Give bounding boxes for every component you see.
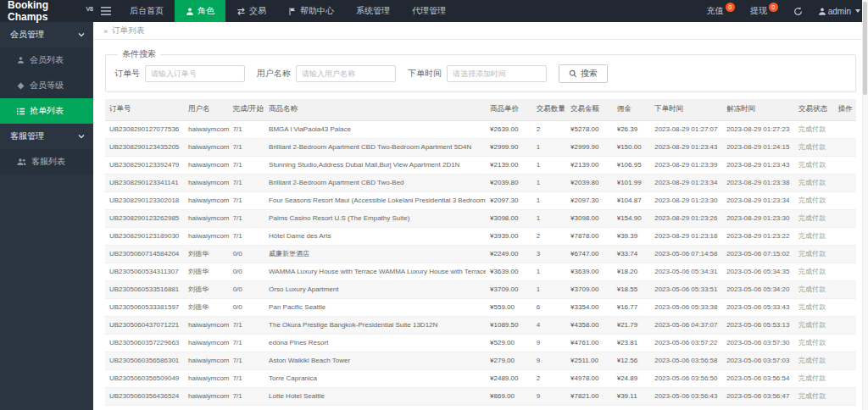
cell-status: 完成付款 [794,227,834,245]
cell-action [834,138,856,156]
chevron-down-icon [78,134,85,139]
cell-username: 刘德华 [184,245,229,263]
scrollbar-thumb[interactable] [863,2,867,95]
nav-item-dashboard[interactable]: 后台首页 [119,0,175,22]
table-row: UB2308290127077536 haiwaiymcom 7/1 BMGA … [105,120,856,138]
page-title: 订单列表 [112,25,144,36]
cell-action [834,156,856,174]
table-row: UB2305060356509049 haiwaiymcom 7/1 Torre… [105,369,856,387]
table-row: UB2305060356586301 haiwaiymcom 7/1 Aston… [105,352,856,369]
order-time-input[interactable] [447,65,547,82]
nav-item-help-center[interactable]: 帮助中心 [277,0,345,22]
cell-quantity: 1 [532,138,566,156]
recharge-link[interactable]: 充值 0 [699,0,743,22]
sidebar-toggle-button[interactable] [93,0,119,22]
cell-status: 完成付款 [794,387,834,405]
cell-unit-price: ¥3939.00 [486,227,532,245]
cell-status: 完成付款 [794,245,834,263]
cell-product-name: Stunning Studio,Address Dubai Mall,Burj … [264,156,486,174]
cell-action [834,298,856,316]
refresh-button[interactable] [786,0,810,22]
cell-order-time: 2023-05-06 03:57:22 [650,334,722,352]
sidebar-item-member-list[interactable]: 会员列表 [0,47,93,73]
cell-quantity: 1 [532,263,566,280]
cell-unit-price: ¥1089.50 [486,316,532,334]
col-header-quantity: 交易数量 [532,99,566,120]
sidebar-item-service-list[interactable]: 客服列表 [0,149,93,175]
cell-status: 完成付款 [794,156,834,174]
nav-label: 角色 [198,5,214,17]
order-time-field-group: 下单时间 [408,65,547,82]
cell-order-time: 2023-05-06 03:56:43 [650,387,722,405]
cell-action [834,263,856,280]
cell-progress: 7/1 [229,191,264,209]
cell-order-time: 2023-08-29 01:23:39 [650,156,722,174]
withdraw-link[interactable]: 提现 0 [743,0,786,22]
nav-label: 代理管理 [412,5,446,17]
refresh-icon [793,7,803,16]
col-header-action: 操作 [834,99,856,120]
cell-progress: 0/0 [229,298,264,316]
cell-action [834,352,856,369]
order-no-field-group: 订单号 [114,65,245,82]
search-button[interactable]: 搜索 [559,64,608,83]
cell-quantity: 1 [532,191,566,209]
table-row: UB2308290123302018 haiwaiymcom 7/1 Four … [105,191,856,209]
cell-order-id: UB2305060714584204 [105,245,184,263]
cell-product-name: Four Seasons Resort Maui (Accessible Lok… [264,191,486,209]
cell-status: 完成付款 [794,316,834,334]
cell-quantity: 3 [532,245,566,263]
nav-item-system[interactable]: 系统管理 [345,0,401,22]
user-icon [17,56,25,64]
cell-status: 完成付款 [794,280,834,298]
cell-product-name: Palms Casino Resort U.S (The Empathy Sui… [264,209,486,227]
cell-amount: ¥6747.00 [566,245,613,263]
cell-order-id: UB2305060533381597 [105,298,184,316]
cell-progress: 7/1 [229,352,264,369]
cell-action [834,209,856,227]
order-no-input[interactable] [145,65,245,82]
cell-order-id: UB2308290123435205 [105,138,184,156]
cell-unfreeze-time: 2023-08-29 01:27:23 [722,120,794,138]
cell-action [834,245,856,263]
sidebar-group-member-management[interactable]: 会员管理 [0,22,93,47]
cell-commission: ¥12.56 [613,352,651,369]
cell-commission: ¥33.74 [613,245,651,263]
cell-unfreeze-time: 2023-05-06 03:56:47 [722,387,794,405]
cell-quantity: 2 [532,120,566,138]
cell-unfreeze-time: 2023-05-06 05:33:43 [722,298,794,316]
cell-status: 完成付款 [794,263,834,280]
cell-unit-price: ¥2489.00 [486,369,532,387]
cell-quantity: 1 [532,209,566,227]
cell-action [834,280,856,298]
nav-label: 后台首页 [130,5,164,17]
vertical-scrollbar[interactable] [862,0,868,410]
cell-status: 完成付款 [794,174,834,191]
table-row: UB2308290123435205 haiwaiymcom 7/1 Brill… [105,138,856,156]
nav-item-agent[interactable]: 代理管理 [401,0,457,22]
sidebar-group-service-management[interactable]: 客服管理 [0,124,93,149]
cell-progress: 7/1 [229,387,264,405]
nav-item-roles[interactable]: 角色 [175,0,225,22]
cell-amount: ¥3709.00 [566,280,613,298]
cell-username: haiwaiymcom [184,352,229,369]
cell-progress: 7/1 [229,334,264,352]
sidebar-item-order-grab-list[interactable]: 抢单列表 [0,98,93,124]
cell-status: 完成付款 [794,369,834,387]
search-panel: 条件搜索 订单号 用户名称 下单时间 搜索 [105,48,856,92]
orders-table-body: UB2308290127077536 haiwaiymcom 7/1 BMGA … [105,120,856,405]
breadcrumb: » 订单列表 [93,22,868,40]
username-input[interactable] [296,65,396,82]
cell-unit-price: ¥2139.00 [486,156,532,174]
col-header-unit-price: 商品单价 [486,99,532,120]
cell-commission: ¥104.87 [613,191,651,209]
cell-quantity: 6 [532,298,566,316]
cell-action [834,191,856,209]
cell-amount: ¥3354.00 [566,298,613,316]
sidebar-item-member-level[interactable]: 会员等级 [0,73,93,98]
cell-order-id: UB2305060534311307 [105,263,184,280]
cell-order-id: UB2305060356509049 [105,369,184,387]
cell-status: 完成付款 [794,120,834,138]
admin-menu[interactable]: admin [810,0,868,22]
nav-item-trade[interactable]: 交易 [225,0,277,22]
